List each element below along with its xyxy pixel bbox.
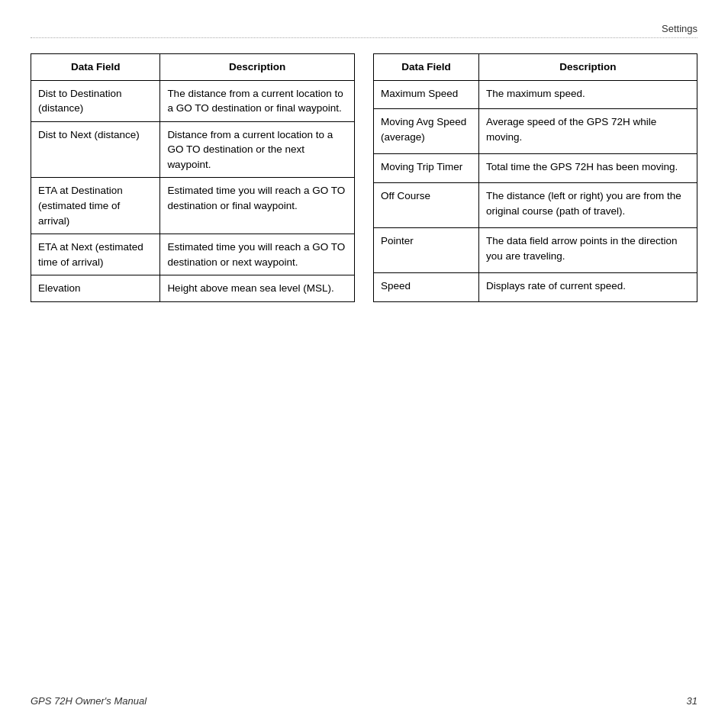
left-field-cell: Dist to Next (distance) (31, 121, 160, 178)
table-row: Maximum SpeedThe maximum speed. (374, 80, 697, 109)
right-col2-header: Description (478, 54, 697, 81)
right-description-cell: The distance (left or right) you are fro… (478, 182, 697, 227)
right-field-cell: Speed (374, 273, 479, 302)
page-header: Settings (31, 23, 697, 38)
left-description-cell: Height above mean sea level (MSL). (160, 275, 355, 302)
left-description-cell: Distance from a current location to a GO… (160, 121, 355, 178)
left-field-cell: ETA at Next (estimated time of arrival) (31, 234, 160, 275)
right-col1-header: Data Field (374, 54, 479, 81)
right-description-cell: The data field arrow points in the direc… (478, 228, 697, 273)
left-col1-header: Data Field (31, 54, 160, 81)
table-row: SpeedDisplays rate of current speed. (374, 273, 697, 302)
page-number: 31 (687, 695, 697, 707)
right-description-cell: Average speed of the GPS 72H while movin… (478, 109, 697, 154)
right-description-cell: The maximum speed. (478, 80, 697, 109)
table-row: PointerThe data field arrow points in th… (374, 228, 697, 273)
table-row: ElevationHeight above mean sea level (MS… (31, 275, 355, 302)
right-description-cell: Displays rate of current speed. (478, 273, 697, 302)
table-row: Moving Avg Speed (average)Average speed … (374, 109, 697, 154)
manual-title: GPS 72H Owner's Manual (31, 695, 147, 707)
table-row: ETA at Destination (estimated time of ar… (31, 178, 355, 234)
right-field-cell: Off Course (374, 182, 479, 227)
page-footer: GPS 72H Owner's Manual 31 (31, 695, 697, 707)
right-table: Data Field Description Maximum SpeedThe … (373, 53, 697, 302)
left-description-cell: Estimated time you will reach a GO TO de… (160, 178, 355, 234)
right-description-cell: Total time the GPS 72H has been moving. (478, 154, 697, 183)
right-field-cell: Pointer (374, 228, 479, 273)
content-area: Data Field Description Dist to Destinati… (31, 53, 697, 302)
left-field-cell: Dist to Destination (distance) (31, 80, 160, 121)
table-row: Off CourseThe distance (left or right) y… (374, 182, 697, 227)
right-field-cell: Moving Trip Timer (374, 154, 479, 183)
right-field-cell: Moving Avg Speed (average) (374, 109, 479, 154)
table-row: Dist to Next (distance)Distance from a c… (31, 121, 355, 178)
right-field-cell: Maximum Speed (374, 80, 479, 109)
table-row: ETA at Next (estimated time of arrival)E… (31, 234, 355, 275)
left-description-cell: The distance from a current location to … (160, 80, 355, 121)
left-field-cell: Elevation (31, 275, 160, 302)
settings-label: Settings (662, 23, 697, 34)
left-col2-header: Description (160, 54, 355, 81)
left-table: Data Field Description Dist to Destinati… (31, 53, 355, 302)
left-description-cell: Estimated time you will reach a GO TO de… (160, 234, 355, 275)
table-row: Moving Trip TimerTotal time the GPS 72H … (374, 154, 697, 183)
table-row: Dist to Destination (distance)The distan… (31, 80, 355, 121)
left-field-cell: ETA at Destination (estimated time of ar… (31, 178, 160, 234)
